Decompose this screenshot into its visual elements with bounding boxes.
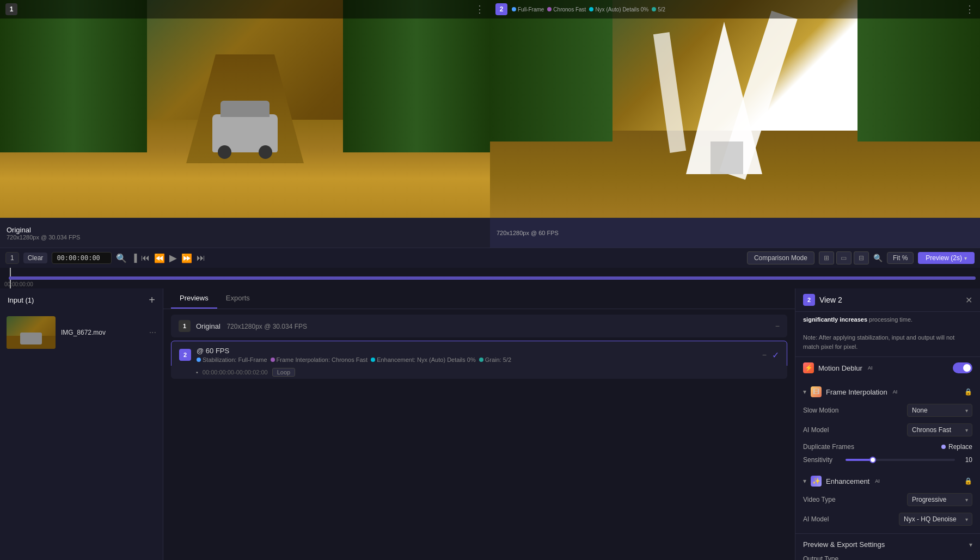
left-panel-bar: Original 720x1280px @ 30.034 FPS: [0, 218, 490, 248]
tabs-row: Previews Exports: [163, 288, 795, 309]
tab-exports[interactable]: Exports: [217, 288, 259, 309]
motion-deblur-title-row: ⚡ Motion Deblur AI: [803, 362, 872, 373]
file-more-button[interactable]: ···: [149, 328, 156, 337]
video-type-select-wrapper: Progressive Interlaced: [907, 493, 972, 506]
preview-collapse-2[interactable]: −: [762, 350, 767, 359]
replace-dot: [941, 445, 946, 449]
motion-deblur-title: Motion Deblur: [818, 364, 862, 372]
ai-model-enhance-select-wrapper: Nyx - HQ Denoise Nyx: [899, 513, 972, 526]
enhance-title: Enhancement: [826, 477, 869, 485]
motion-deblur-ai: AI: [868, 365, 873, 371]
ai-model-fi-row: AI Model Chronos Fast Chronos: [795, 420, 980, 440]
enhance-lock-icon: 🔒: [964, 477, 972, 485]
thumb-jeep: [20, 333, 42, 344]
ai-model-enhance-select[interactable]: Nyx - HQ Denoise Nyx: [899, 513, 972, 526]
step-forward-icon[interactable]: ⏩: [181, 253, 192, 263]
preview-export-section: Preview & Export Settings ▾ Output Type …: [795, 533, 980, 560]
fi-icon: 🎞: [811, 386, 822, 397]
enhancement-section[interactable]: ▾ ✨ Enhancement AI 🔒: [795, 470, 980, 490]
tag-enhancement: Enhancement: Nyx (Auto) Details 0%: [377, 356, 476, 363]
view-title: View 2: [819, 296, 842, 304]
view-buttons: ⊞ ▭ ⊟: [819, 251, 869, 264]
notice-text: significantly increases processing time.…: [795, 312, 980, 357]
left-panel-menu[interactable]: ⋮: [475, 3, 485, 15]
right-tag-grain: 5/2: [658, 7, 665, 13]
frame-interpolation-section[interactable]: ▾ 🎞 Frame Interpolation AI 🔒: [795, 381, 980, 401]
sensitivity-value: 10: [959, 456, 972, 464]
preview-time-range: 00:00:00:00-00:00:02:00: [203, 369, 268, 376]
single-view-btn[interactable]: ▭: [836, 251, 852, 264]
output-type-section: Output Type Video Image Sequence: [795, 553, 980, 560]
ai-model-fi-select-wrapper: Chronos Fast Chronos: [907, 423, 972, 436]
preview-collapse-1[interactable]: −: [775, 322, 780, 330]
ai-model-fi-select[interactable]: Chronos Fast Chronos: [907, 423, 972, 436]
right-panel-label: 2 Full-Frame Chronos Fast Nyx (Auto) Det…: [490, 0, 980, 19]
preview-checkmark-2: ✓: [772, 350, 779, 360]
step-back-icon[interactable]: ⏪: [154, 253, 165, 263]
timecode-input[interactable]: [52, 252, 112, 264]
duplicate-frames-value: Replace: [941, 443, 972, 451]
center-panel: Previews Exports 1 Original 720x1280px @…: [163, 288, 795, 560]
play-icon[interactable]: ▶: [169, 252, 177, 264]
left-panel-title: Original: [7, 226, 80, 234]
tag-stabilization: Stabilization: Full-Frame: [203, 356, 267, 363]
right-panel-number: 2: [495, 3, 507, 15]
clear-button[interactable]: Clear: [23, 253, 48, 263]
preview-item-1[interactable]: 1 Original 720x1280px @ 30.034 FPS −: [171, 315, 787, 337]
preview-sub-2: Stabilization: Full-Frame Frame Interpol…: [197, 356, 757, 363]
notice-bold: significantly increases: [803, 316, 867, 323]
enhance-ai: AI: [875, 478, 880, 484]
output-type-label: Output Type: [803, 555, 972, 560]
left-panel-subtitle: 720x1280px @ 30.034 FPS: [7, 234, 80, 241]
tab-previews[interactable]: Previews: [171, 288, 217, 309]
sensitivity-thumb[interactable]: [869, 457, 876, 463]
file-thumbnail: [7, 316, 56, 349]
slow-motion-select-wrapper: None 2x 4x: [907, 404, 972, 417]
input-panel: Input (1) + IMG_8672.mov ···: [0, 288, 163, 560]
sensitivity-slider[interactable]: [846, 459, 955, 461]
preview-time-dot: •: [196, 369, 198, 376]
motion-deblur-section[interactable]: ⚡ Motion Deblur AI: [795, 357, 980, 377]
slow-motion-row: Slow Motion None 2x 4x: [795, 401, 980, 420]
preview-info-2: @ 60 FPS Stabilization: Full-Frame Frame…: [197, 347, 757, 363]
preview-num-2: 2: [179, 349, 191, 361]
fi-chevron: ▾: [803, 388, 806, 396]
input-header: Input (1) +: [0, 288, 163, 312]
preview-meta-1: 720x1280px @ 30.034 FPS: [226, 323, 307, 330]
zoom-in-icon: 🔍: [873, 254, 883, 262]
preview-button[interactable]: Preview (2s) ▾: [918, 252, 975, 264]
video-type-label: Video Type: [803, 496, 836, 503]
notice-note: Note: After applying stabilization, inpu…: [803, 334, 954, 350]
preview-item-2[interactable]: 2 @ 60 FPS Stabilization: Full-Frame Fra…: [171, 341, 787, 369]
fi-lock-icon: 🔒: [964, 388, 972, 396]
comparison-mode-button[interactable]: Comparison Mode: [747, 251, 814, 264]
preview-title-2: @ 60 FPS: [197, 347, 757, 355]
preview-dropdown-arrow[interactable]: ▾: [964, 255, 967, 261]
preview-time-row-2: • 00:00:00:00-00:00:02:00 Loop: [171, 366, 787, 379]
right-panel-menu[interactable]: ⋮: [965, 3, 975, 15]
video-type-select[interactable]: Progressive Interlaced: [907, 493, 972, 506]
loop-button[interactable]: Loop: [272, 368, 295, 377]
right-tag-chronos: Chronos Fast: [553, 7, 586, 13]
view-close-button[interactable]: ✕: [965, 295, 972, 305]
preview-export-header[interactable]: Preview & Export Settings ▾: [795, 534, 980, 553]
right-tag-nyx: Nyx (Auto) Details 0%: [595, 7, 648, 13]
motion-deblur-toggle[interactable]: [953, 362, 972, 373]
ai-model-enhance-label: AI Model: [803, 515, 829, 523]
zoom-slider[interactable]: ▐: [131, 254, 137, 262]
left-panel-label: 1 ⋮: [0, 0, 490, 19]
ai-model-enhance-row: AI Model Nyx - HQ Denoise Nyx: [795, 509, 980, 529]
tag-grain: Grain: 5/2: [485, 356, 511, 363]
skip-end-icon[interactable]: ⏭: [197, 253, 205, 263]
add-input-button[interactable]: +: [149, 294, 155, 306]
fi-title: Frame Interpolation: [826, 388, 887, 396]
zoom-icon: 🔍: [116, 253, 127, 263]
view-header: 2 View 2 ✕: [795, 288, 980, 312]
fit-button[interactable]: Fit %: [887, 252, 914, 264]
slow-motion-select[interactable]: None 2x 4x: [907, 404, 972, 417]
input-file-item[interactable]: IMG_8672.mov ···: [0, 312, 163, 353]
frame-number[interactable]: 1: [10, 254, 14, 262]
skip-start-icon[interactable]: ⏮: [141, 253, 150, 263]
grid-view-btn[interactable]: ⊞: [819, 251, 834, 264]
split-view-btn[interactable]: ⊟: [854, 251, 869, 264]
